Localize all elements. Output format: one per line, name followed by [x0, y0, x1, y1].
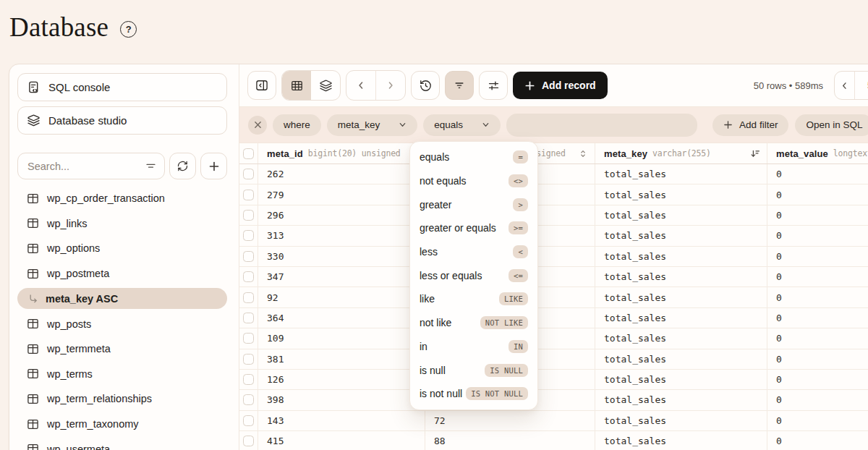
table-row[interactable]: 92 total_sales 0	[239, 287, 868, 307]
cell-meta-key[interactable]: total_sales	[595, 370, 767, 389]
column-header-meta-key[interactable]: meta_key varchar(255)	[595, 143, 767, 164]
sidebar-table-item[interactable]: wp_cp_order_transaction	[17, 186, 227, 211]
filter-button[interactable]	[445, 71, 474, 100]
cell-meta-value[interactable]: 0	[767, 328, 868, 348]
cell-post-id[interactable]: 88	[425, 431, 595, 450]
row-checkbox[interactable]	[243, 230, 254, 241]
cell-meta-id[interactable]: 143	[258, 411, 425, 430]
cell-meta-id[interactable]: 364	[258, 308, 425, 328]
page-prev-button[interactable]	[835, 81, 854, 90]
sidebar-table-item[interactable]: wp_postmeta	[17, 261, 227, 286]
cell-meta-key[interactable]: total_sales	[595, 247, 767, 266]
operator-menu-item[interactable]: is null IS NULL	[410, 358, 537, 382]
row-checkbox[interactable]	[243, 354, 254, 365]
operator-menu-item[interactable]: in IN	[410, 335, 537, 359]
cell-meta-key[interactable]: total_sales	[595, 390, 767, 409]
row-checkbox[interactable]	[243, 333, 254, 344]
refresh-tables-button[interactable]	[169, 153, 196, 179]
operator-menu-item[interactable]: like LIKE	[410, 287, 537, 311]
sidebar-table-item[interactable]: wp_terms	[17, 362, 227, 387]
row-checkbox[interactable]	[243, 292, 254, 303]
cell-meta-value[interactable]: 0	[767, 431, 868, 450]
cell-meta-id[interactable]: 279	[258, 184, 425, 204]
operator-menu-item[interactable]: equals =	[410, 145, 537, 169]
row-checkbox[interactable]	[243, 415, 254, 426]
cell-meta-value[interactable]: 0	[767, 267, 868, 286]
sort-asc-icon[interactable]	[749, 148, 760, 159]
table-row[interactable]: 415 88 total_sales 0	[239, 431, 868, 450]
cell-meta-value[interactable]: 0	[767, 308, 868, 328]
cell-meta-value[interactable]: 0	[767, 370, 868, 389]
operator-menu-item[interactable]: less or equals <=	[410, 263, 537, 287]
nav-forward-button[interactable]	[376, 71, 405, 100]
cell-meta-id[interactable]: 347	[258, 267, 425, 286]
structure-view-button[interactable]	[311, 71, 340, 100]
cell-meta-key[interactable]: total_sales	[595, 164, 767, 184]
cell-meta-id[interactable]: 296	[258, 205, 425, 225]
cell-meta-value[interactable]: 0	[767, 164, 868, 184]
database-studio-button[interactable]: Database studio	[17, 106, 227, 135]
column-header-meta-value[interactable]: meta_value longtext	[767, 143, 868, 164]
operator-menu-item[interactable]: greater or equals >=	[410, 216, 537, 240]
cell-meta-value[interactable]: 0	[767, 247, 868, 266]
column-header-meta-id[interactable]: meta_id bigint(20) unsigned	[258, 143, 425, 164]
cell-meta-key[interactable]: total_sales	[595, 349, 767, 369]
row-checkbox[interactable]	[243, 210, 254, 221]
cell-meta-key[interactable]: total_sales	[595, 431, 767, 450]
cell-meta-id[interactable]: 313	[258, 226, 425, 245]
operator-menu-item[interactable]: greater >	[410, 192, 537, 216]
cell-meta-key[interactable]: total_sales	[595, 287, 767, 307]
cell-meta-id[interactable]: 330	[258, 247, 425, 266]
operator-menu-item[interactable]: is not null IS NOT NULL	[410, 382, 537, 406]
cell-post-id[interactable]: 72	[425, 411, 595, 430]
row-checkbox[interactable]	[243, 374, 254, 385]
cell-meta-key[interactable]: total_sales	[595, 328, 767, 348]
cell-meta-key[interactable]: total_sales	[595, 411, 767, 430]
sql-console-button[interactable]: SQL console	[17, 73, 227, 101]
sidebar-table-item[interactable]: wp_posts	[17, 311, 227, 336]
open-in-sql-button[interactable]: Open in SQL	[795, 114, 868, 136]
cell-meta-key[interactable]: total_sales	[595, 267, 767, 286]
row-checkbox[interactable]	[243, 251, 254, 262]
sidebar-table-item[interactable]: wp_links	[17, 211, 227, 237]
table-row[interactable]: 126 total_sales 0	[239, 370, 868, 390]
add-filter-button[interactable]: Add filter	[712, 114, 788, 136]
row-checkbox[interactable]	[243, 271, 254, 282]
cell-meta-value[interactable]: 0	[767, 205, 868, 225]
table-row[interactable]: 398 total_sales 0	[239, 390, 868, 410]
table-row[interactable]: 347 total_sales 0	[239, 267, 868, 287]
cell-meta-value[interactable]: 0	[767, 411, 868, 430]
cell-meta-id[interactable]: 262	[258, 164, 425, 184]
cell-meta-value[interactable]: 0	[767, 226, 868, 245]
add-record-button[interactable]: Add record	[513, 72, 608, 99]
cell-meta-key[interactable]: total_sales	[595, 308, 767, 328]
cell-meta-id[interactable]: 398	[258, 390, 425, 409]
sidebar-sort-item-active[interactable]: meta_key ASC	[17, 288, 227, 309]
filter-value-input[interactable]	[506, 114, 697, 137]
cell-meta-value[interactable]: 0	[767, 184, 868, 204]
table-row[interactable]: 313 total_sales 0	[239, 226, 868, 246]
sidebar-table-item[interactable]: wp_options	[17, 236, 227, 261]
table-row[interactable]: 262 total_sales 0	[239, 164, 868, 184]
table-view-button[interactable]	[282, 71, 311, 100]
page-number[interactable]: 5	[855, 80, 868, 91]
help-icon[interactable]: ?	[120, 21, 137, 38]
filter-operator-select[interactable]: equals	[423, 114, 501, 136]
add-table-button[interactable]	[200, 153, 227, 179]
table-row[interactable]: 381 total_sales 0	[239, 349, 868, 370]
operator-menu-item[interactable]: not equals <>	[410, 169, 537, 193]
sidebar-table-item[interactable]: wp_term_relationships	[17, 386, 227, 412]
nav-back-button[interactable]	[346, 71, 375, 100]
query-history-button[interactable]	[411, 71, 440, 100]
search-input[interactable]	[26, 160, 116, 173]
cell-meta-id[interactable]: 381	[258, 349, 425, 369]
row-checkbox[interactable]	[243, 313, 254, 323]
filter-field-select[interactable]: meta_key	[327, 114, 418, 136]
table-row[interactable]: 330 total_sales 0	[239, 247, 868, 267]
operator-menu-item[interactable]: less <	[410, 240, 537, 264]
row-checkbox[interactable]	[243, 190, 254, 200]
cell-meta-id[interactable]: 126	[258, 370, 425, 389]
cell-meta-key[interactable]: total_sales	[595, 226, 767, 245]
cell-meta-value[interactable]: 0	[767, 287, 868, 307]
table-row[interactable]: 296 total_sales 0	[239, 205, 868, 226]
